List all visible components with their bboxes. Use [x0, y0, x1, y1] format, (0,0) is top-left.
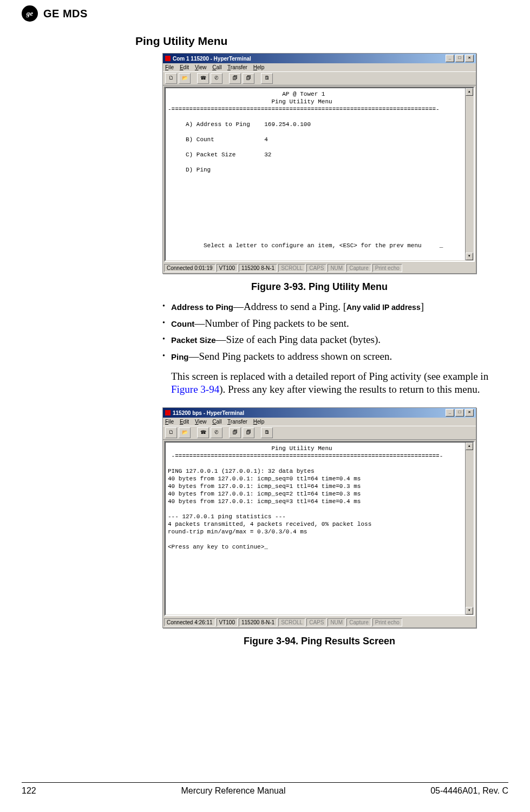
status-bar: Connected 0:01:19 VT100 115200 8-N-1 SCR… [163, 263, 476, 273]
figure-3-93-screenshot: Com 1 115200 - HyperTerminal _ □ × File … [162, 53, 476, 274]
list-item: Packet Size—Size of each Ping data packe… [162, 333, 498, 347]
footer-doc-rev: 05-4446A01, Rev. C [430, 786, 508, 796]
scrollbar-vertical[interactable]: ▴ ▾ [465, 88, 473, 260]
tool-disconnect-icon[interactable]: ✆ [211, 73, 223, 84]
figure-3-93-caption: Figure 3-93. Ping Utility Menu [162, 281, 476, 293]
status-num: NUM [328, 264, 345, 272]
terminal-output[interactable]: Ping Utility Menu -=====================… [168, 445, 471, 551]
list-item: Ping—Send Ping packets to address shown … [162, 350, 498, 364]
tool-open-icon[interactable]: 📂 [179, 427, 191, 438]
menu-file[interactable]: File [165, 419, 174, 425]
page-footer: 122 Mercury Reference Manual 05-4446A01,… [22, 782, 508, 796]
tool-open-icon[interactable]: 📂 [179, 73, 191, 84]
menu-view[interactable]: View [195, 64, 207, 70]
figure-3-94-link[interactable]: Figure 3-94 [171, 384, 219, 395]
menu-view[interactable]: View [195, 419, 207, 425]
tool-send-icon[interactable]: 🗐 [229, 73, 241, 84]
toolbar: 🗋 📂 ☎ ✆ 🗐 🗐 🖺 [163, 71, 476, 85]
figure-3-94-screenshot: 115200 bps - HyperTerminal _ □ × File Ed… [162, 407, 476, 628]
parameter-list: Address to Ping—Address to send a Ping. … [162, 300, 498, 364]
tool-receive-icon[interactable]: 🗐 [243, 73, 254, 84]
ping-note-paragraph: This screen is replaced with a detailed … [171, 370, 498, 397]
status-bar: Connected 4:26:11 VT100 115200 8-N-1 SCR… [163, 617, 476, 628]
scrollbar-vertical[interactable]: ▴ ▾ [465, 443, 473, 615]
footer-page-number: 122 [22, 786, 36, 796]
term-address-to-ping: Address to Ping [171, 302, 233, 312]
scroll-down-icon[interactable]: ▾ [466, 607, 473, 615]
tool-send-icon[interactable]: 🗐 [229, 427, 241, 438]
minimize-button[interactable]: _ [446, 55, 454, 62]
menu-bar[interactable]: File Edit View Call Transfer Help [163, 418, 476, 426]
page-header: ge GE MDS [22, 0, 508, 24]
menu-transfer[interactable]: Transfer [227, 64, 247, 70]
maximize-button[interactable]: □ [455, 409, 464, 417]
status-printecho: Print echo [372, 618, 402, 626]
status-scroll: SCROLL [278, 618, 305, 626]
minimize-button[interactable]: _ [446, 409, 454, 417]
menu-edit[interactable]: Edit [180, 419, 189, 425]
tool-receive-icon[interactable]: 🗐 [243, 427, 254, 438]
term-ping: Ping [171, 352, 189, 361]
tool-connect-icon[interactable]: ☎ [197, 73, 209, 84]
app-icon [165, 56, 171, 61]
tool-connect-icon[interactable]: ☎ [197, 427, 209, 438]
desc-address-to-ping: —Address to send a Ping. [ [233, 301, 346, 312]
window-title: Com 1 115200 - HyperTerminal [173, 56, 251, 62]
menu-transfer[interactable]: Transfer [227, 419, 247, 425]
status-emulation: VT100 [217, 264, 238, 272]
menu-call[interactable]: Call [212, 419, 221, 425]
status-capture: Capture [346, 264, 371, 272]
terminal-output[interactable]: AP @ Tower 1 Ping Utility Menu -========… [168, 90, 471, 249]
status-capture: Capture [346, 618, 371, 626]
term-count: Count [171, 319, 194, 328]
menu-help[interactable]: Help [253, 419, 265, 425]
desc-packet-size: —Size of each Ping data packet (bytes). [216, 334, 381, 345]
close-button[interactable]: × [465, 409, 474, 417]
window-title: 115200 bps - HyperTerminal [173, 410, 244, 416]
status-caps: CAPS [306, 264, 326, 272]
footer-manual-title: Mercury Reference Manual [181, 786, 285, 796]
status-emulation: VT100 [217, 618, 238, 626]
scroll-up-icon[interactable]: ▴ [466, 88, 473, 96]
ge-logo-icon: ge [22, 5, 38, 22]
desc-count: —Number of Ping packets to be sent. [194, 318, 349, 329]
scroll-down-icon[interactable]: ▾ [466, 253, 473, 260]
list-item: Count—Number of Ping packets to be sent. [162, 317, 498, 331]
menu-edit[interactable]: Edit [180, 64, 189, 70]
toolbar: 🗋 📂 ☎ ✆ 🗐 🗐 🖺 [163, 426, 476, 440]
window-titlebar: Com 1 115200 - HyperTerminal _ □ × [163, 54, 476, 63]
menu-file[interactable]: File [165, 64, 174, 70]
tool-props-icon[interactable]: 🖺 [261, 73, 273, 84]
valid-address: Any valid IP address [346, 303, 421, 312]
status-caps: CAPS [306, 618, 326, 626]
tool-props-icon[interactable]: 🖺 [261, 427, 273, 438]
menu-bar[interactable]: File Edit View Call Transfer Help [163, 63, 476, 71]
brand-text: GE MDS [43, 8, 88, 20]
maximize-button[interactable]: □ [455, 55, 464, 62]
section-title: Ping Utility Menu [135, 35, 508, 48]
status-serial: 115200 8-N-1 [239, 264, 277, 272]
figure-3-94-caption: Figure 3-94. Ping Results Screen [162, 636, 476, 647]
list-item: Address to Ping—Address to send a Ping. … [162, 300, 498, 314]
status-serial: 115200 8-N-1 [239, 618, 277, 626]
tool-disconnect-icon[interactable]: ✆ [211, 427, 223, 438]
status-scroll: SCROLL [278, 264, 305, 272]
app-icon [165, 410, 171, 415]
status-printecho: Print echo [372, 264, 402, 272]
tool-new-icon[interactable]: 🗋 [165, 427, 177, 438]
close-button[interactable]: × [465, 55, 474, 62]
status-connected: Connected 4:26:11 [164, 618, 215, 626]
status-connected: Connected 0:01:19 [164, 264, 215, 272]
scroll-up-icon[interactable]: ▴ [466, 443, 473, 450]
menu-help[interactable]: Help [253, 64, 265, 70]
window-titlebar: 115200 bps - HyperTerminal _ □ × [163, 408, 476, 418]
term-packet-size: Packet Size [171, 335, 216, 345]
menu-call[interactable]: Call [212, 64, 221, 70]
status-num: NUM [328, 618, 345, 626]
desc-ping: —Send Ping packets to address shown on s… [189, 351, 392, 362]
tool-new-icon[interactable]: 🗋 [165, 73, 177, 84]
close-bracket: ] [421, 301, 424, 312]
